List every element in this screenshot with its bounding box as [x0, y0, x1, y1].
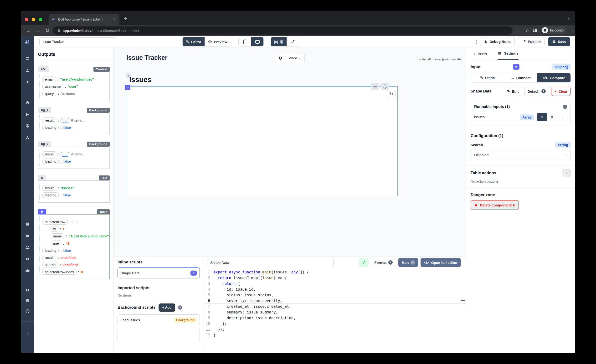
output-row[interactable]: query : No items [42, 91, 108, 96]
output-section-id[interactable]: b [38, 209, 46, 214]
output-row[interactable]: email : "user@windmill.dev" [42, 76, 108, 82]
clear-script-button[interactable]: ×Clear [551, 87, 571, 96]
output-row[interactable]: id : 1 [51, 226, 108, 232]
run-button[interactable]: Runi [398, 258, 418, 267]
output-row[interactable]: age : 42 [51, 240, 108, 246]
code-line[interactable]: 8 summary: issue.summary, [204, 309, 466, 315]
add-background-script-button[interactable]: + Add [158, 304, 175, 312]
anchor-button[interactable]: ⚓ [381, 83, 389, 90]
user-input-button[interactable] [547, 113, 557, 121]
side-panel-icon[interactable] [533, 29, 537, 32]
code-line[interactable]: 7 created_at: issue.created_at, [204, 304, 466, 309]
output-section-id[interactable]: a [38, 175, 46, 180]
component-b-table[interactable]: b ⚓ ↻ [127, 86, 398, 196]
mobile-view-button[interactable] [239, 37, 251, 46]
delete-component-button[interactable]: Delete component: b [471, 200, 519, 210]
background-script-item[interactable]: Load Issues Background [118, 314, 200, 325]
bookmark-star-icon[interactable]: ☆ [525, 28, 529, 33]
preview-mode-button[interactable]: Preview [205, 37, 231, 46]
format-button[interactable]: Formati [371, 258, 396, 267]
app-name-input[interactable] [39, 37, 116, 46]
output-row[interactable]: result : [...] 8 items , [42, 118, 108, 123]
tab-close-icon[interactable]: × [112, 17, 117, 22]
code-area[interactable]: 1 export async function main(issues: any… [204, 268, 466, 338]
star-icon[interactable]: ★ [21, 80, 34, 85]
editor-mode-button[interactable]: ✎Editor [183, 37, 205, 46]
code-line[interactable]: 11 }); [204, 327, 466, 332]
reload-icon[interactable]: ↻ [45, 28, 50, 33]
component-refresh-button[interactable]: ↻ [387, 90, 395, 98]
output-row[interactable]: result : undefined [42, 255, 108, 260]
detach-script-button[interactable]: Detachi [524, 87, 549, 96]
output-row[interactable]: loading : false [42, 248, 108, 253]
code-line[interactable]: 12 } [204, 332, 466, 338]
diff-count-button[interactable]: |0|i [271, 37, 287, 46]
tab-settings[interactable]: Settings [498, 47, 519, 60]
inline-script-item[interactable]: Shape Data b [118, 267, 200, 278]
schedules-calendar-icon[interactable] [21, 222, 34, 226]
static-source-button[interactable]: ✎Static [471, 73, 504, 82]
canvas-refresh-button[interactable]: ↻ [275, 53, 286, 63]
discord-icon[interactable] [21, 298, 34, 303]
windmill-logo-icon[interactable] [21, 36, 34, 48]
output-row[interactable]: selectedRow : - [42, 219, 108, 224]
output-row[interactable]: loading : false [42, 158, 108, 164]
debug-runs-button[interactable]: Debug Runs [480, 37, 514, 46]
pricing-dollar-icon[interactable]: $ [21, 123, 34, 128]
apps-icon[interactable] [21, 56, 34, 60]
output-row[interactable]: loading : false [42, 192, 108, 198]
home-icon[interactable] [21, 100, 34, 105]
ai-robot-icon[interactable] [21, 268, 34, 273]
connect-value-button[interactable]: → [557, 113, 567, 121]
component-b-badge[interactable]: b [125, 85, 130, 90]
component-a-text[interactable]: Issues [127, 75, 454, 84]
new-tab-button[interactable]: + [124, 15, 127, 22]
code-line[interactable]: 10 }; [204, 321, 466, 327]
zoom-window-button[interactable] [39, 18, 42, 21]
groups-users-icon[interactable] [21, 245, 34, 250]
browser-tab[interactable]: Edit App u/user/issue-tracker | × [49, 14, 119, 25]
move-handle[interactable] [371, 83, 379, 90]
minimize-window-button[interactable] [32, 18, 35, 21]
open-full-editor-button[interactable]: </>Open full editor [421, 258, 461, 267]
code-line[interactable]: 2 return issues?.map((issue) => { [204, 275, 466, 281]
code-line[interactable]: 1 export async function main(issues: any… [204, 269, 466, 275]
watch-eye-icon[interactable] [21, 256, 34, 261]
edit-script-button[interactable]: ✎Edit [504, 87, 522, 96]
runs-play-icon[interactable]: ▶ [21, 112, 34, 117]
chrome-menu-icon[interactable]: ⋮ [571, 30, 572, 31]
desktop-view-button[interactable] [251, 37, 263, 46]
output-section-id[interactable]: bg_1 [38, 107, 51, 113]
output-row[interactable]: name : "A cell with a long name" [51, 233, 108, 239]
components-cubes-icon[interactable] [21, 135, 34, 140]
code-line[interactable]: 9 description: issue.description, [204, 315, 466, 321]
tab-search-chevron-icon[interactable]: ⌄ [567, 15, 571, 21]
folders-icon[interactable] [21, 233, 34, 238]
script-name-input[interactable] [207, 258, 334, 267]
user-icon[interactable] [21, 68, 34, 73]
connect-source-button[interactable]: →Connect [504, 73, 537, 82]
compute-source-button[interactable]: </>Compute [537, 73, 571, 82]
code-line[interactable]: 3 return { [204, 281, 466, 287]
output-row[interactable]: loading : false [42, 125, 108, 130]
static-value-button[interactable]: ✎ [537, 113, 547, 121]
macos-window-controls[interactable] [25, 18, 42, 21]
output-row[interactable]: result : [...] 4 items , [42, 151, 108, 157]
save-button[interactable]: Save [548, 37, 570, 46]
docs-book-icon[interactable] [21, 288, 34, 292]
code-line[interactable]: 6 severity: issue.severity, [204, 298, 466, 304]
back-icon[interactable]: ← [26, 28, 31, 33]
refresh-mode-dropdown[interactable]: once⌄ [286, 53, 305, 63]
fullscreen-button[interactable] [287, 37, 299, 46]
output-section-id[interactable]: ctx [38, 66, 49, 72]
code-line[interactable]: 4 id: issue.id, [204, 287, 466, 292]
forward-icon[interactable]: → [36, 28, 41, 33]
tab-insert[interactable]: +Insert [473, 47, 487, 60]
code-line[interactable]: 5 status: issue.status, [204, 292, 466, 298]
background-script-item-partial[interactable] [118, 328, 200, 342]
collapse-arrow-icon[interactable]: → [21, 331, 34, 336]
output-row[interactable]: selectedRowIndex : 0 [42, 269, 108, 275]
publish-button[interactable]: Publish [518, 37, 545, 46]
output-row[interactable]: result : "Issues" [42, 185, 108, 191]
more-menu-icon[interactable]: ⋮ [474, 41, 476, 42]
